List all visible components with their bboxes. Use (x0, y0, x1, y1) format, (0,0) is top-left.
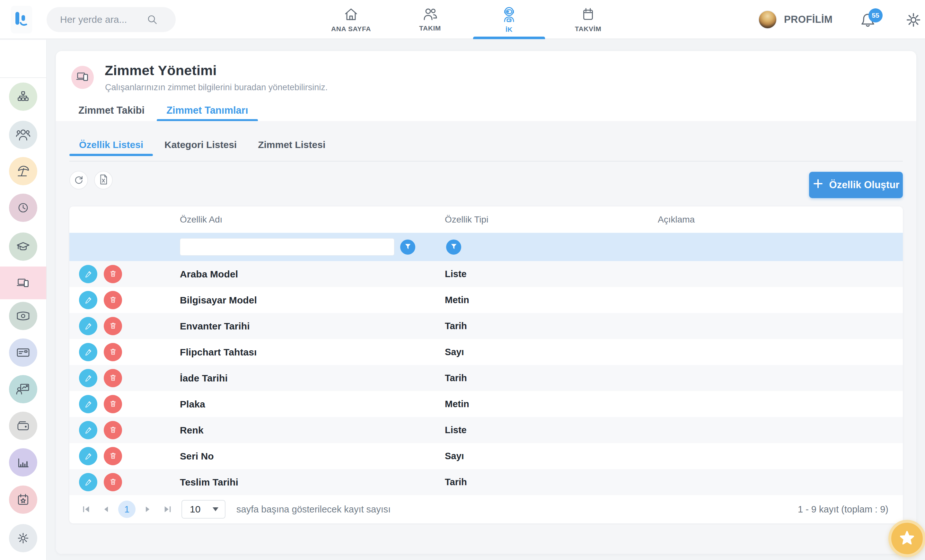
sub-tabs: Özellik ListesiKategori ListesiZimmet Li… (69, 134, 335, 155)
sidebar-item-cards[interactable] (0, 336, 46, 369)
edit-row-button[interactable] (79, 447, 97, 465)
gear-icon (905, 24, 922, 29)
sidebar-item-time[interactable] (0, 191, 46, 224)
subtab-zimmet-listesi[interactable]: Zimmet Listesi (248, 134, 335, 155)
column-header-type[interactable]: Özellik Tipi (445, 214, 658, 225)
sidebar-item-assets[interactable] (0, 266, 46, 299)
edit-row-button[interactable] (79, 291, 97, 309)
trash-icon (109, 373, 117, 383)
delete-row-button[interactable] (104, 291, 122, 309)
prev-page-button[interactable] (98, 501, 114, 517)
edit-row-button[interactable] (79, 369, 97, 387)
table-row[interactable]: Plaka Metin (69, 391, 903, 417)
last-page-button[interactable] (160, 501, 175, 517)
pencil-icon (84, 452, 92, 461)
sidebar-item-leave[interactable] (0, 155, 46, 188)
edit-row-button[interactable] (79, 421, 97, 439)
delete-row-button[interactable] (104, 343, 122, 361)
nav-item-takvim[interactable]: TAKVİM (548, 0, 628, 39)
trash-icon (109, 348, 117, 357)
table-row[interactable]: Renk Liste (69, 417, 903, 443)
current-page-button[interactable]: 1 (118, 501, 136, 518)
attribute-type: Tarih (445, 477, 658, 488)
name-filter-input[interactable] (180, 238, 395, 256)
attribute-name: Teslim Tarihi (180, 477, 445, 488)
page-size-caption: sayfa başına gösterilecek kayıt sayısı (237, 495, 390, 523)
umbrella-icon (9, 157, 37, 185)
table-row[interactable]: Seri No Sayı (69, 443, 903, 469)
delete-row-button[interactable] (104, 473, 122, 491)
search-input[interactable] (60, 14, 146, 25)
refresh-button[interactable] (69, 171, 88, 190)
delete-row-button[interactable] (104, 395, 122, 413)
sidebar-item-team[interactable] (0, 119, 46, 151)
profile-menu[interactable]: PROFİLİM (784, 0, 833, 39)
subtab-kategori-listesi[interactable]: Kategori Listesi (155, 134, 246, 155)
app-logo[interactable] (11, 6, 32, 33)
wallet-icon (9, 412, 37, 440)
notification-badge: 55 (868, 8, 883, 23)
name-filter-button[interactable] (400, 239, 415, 254)
table-row[interactable]: İade Tarihi Tarih (69, 365, 903, 391)
type-filter-button[interactable] (446, 239, 461, 254)
nav-item-takim[interactable]: TAKIM (390, 0, 470, 39)
graduation-icon (9, 232, 37, 261)
trash-icon (109, 269, 117, 279)
table-row[interactable]: Envanter Tarihi Tarih (69, 313, 903, 339)
sidebar-item-organization[interactable] (0, 80, 46, 113)
global-search (47, 7, 176, 32)
delete-row-button[interactable] (104, 421, 122, 439)
table-row[interactable]: Teslim Tarihi Tarih (69, 469, 903, 495)
column-header-name[interactable]: Özellik Adı (180, 214, 445, 225)
attribute-name: İade Tarihi (180, 373, 445, 384)
tab-zimmet-tanımları[interactable]: Zimmet Tanımları (157, 100, 258, 121)
subtab-özellik-listesi[interactable]: Özellik Listesi (69, 134, 153, 155)
attribute-name: Seri No (180, 451, 445, 462)
hr-icon (502, 6, 517, 23)
sidebar-item-payroll[interactable] (0, 300, 46, 332)
trash-icon (109, 426, 117, 435)
team-icon (422, 8, 438, 21)
edit-row-button[interactable] (79, 395, 97, 413)
page-title: Zimmet Yönetimi (105, 63, 217, 78)
sidebar-item-expenses[interactable] (0, 409, 46, 442)
trash-icon (109, 399, 117, 409)
delete-row-button[interactable] (104, 447, 122, 465)
nav-item-ik[interactable]: İK (470, 0, 548, 39)
create-attribute-button[interactable]: Özellik Oluştur (809, 172, 903, 198)
table-row[interactable]: Araba Model Liste (69, 261, 903, 287)
table-row[interactable]: Flipchart Tahtası Sayı (69, 339, 903, 365)
delete-row-button[interactable] (104, 369, 122, 387)
funnel-icon (450, 243, 457, 251)
first-page-button[interactable] (78, 501, 94, 517)
notifications-button[interactable]: 55 (859, 12, 883, 31)
edit-row-button[interactable] (79, 473, 97, 491)
edit-row-button[interactable] (79, 265, 97, 283)
table-header-row: Özellik Adı Özellik Tipi Açıklama (69, 206, 903, 233)
gear-icon (9, 524, 37, 552)
edit-row-button[interactable] (79, 317, 97, 335)
next-page-button[interactable] (140, 501, 155, 517)
page-size-value: 10 (190, 504, 200, 515)
table-row[interactable]: Bilgisayar Model Metin (69, 287, 903, 313)
sidebar-item-training[interactable] (0, 230, 46, 263)
attribute-name: Bilgisayar Model (180, 295, 445, 306)
refresh-icon (74, 175, 84, 186)
main-tabs: Zimmet TakibiZimmet Tanımları (69, 100, 258, 121)
sidebar-item-reports[interactable] (0, 446, 46, 479)
sidebar-item-events[interactable] (0, 483, 46, 516)
nav-item-ana-sayfa[interactable]: ANA SAYFA (312, 0, 390, 39)
sidebar-item-performance[interactable] (0, 373, 46, 406)
delete-row-button[interactable] (104, 317, 122, 335)
sidebar-item-settings[interactable] (0, 522, 46, 554)
excel-file-icon (99, 174, 108, 186)
tab-zimmet-takibi[interactable]: Zimmet Takibi (69, 100, 154, 121)
feedback-fab[interactable] (888, 520, 925, 557)
delete-row-button[interactable] (104, 265, 122, 283)
export-excel-button[interactable] (94, 171, 113, 190)
settings-button[interactable] (905, 12, 922, 28)
column-header-description[interactable]: Açıklama (658, 214, 903, 225)
avatar[interactable] (758, 10, 777, 29)
edit-row-button[interactable] (79, 343, 97, 361)
page-size-select[interactable]: 10 (181, 500, 226, 519)
